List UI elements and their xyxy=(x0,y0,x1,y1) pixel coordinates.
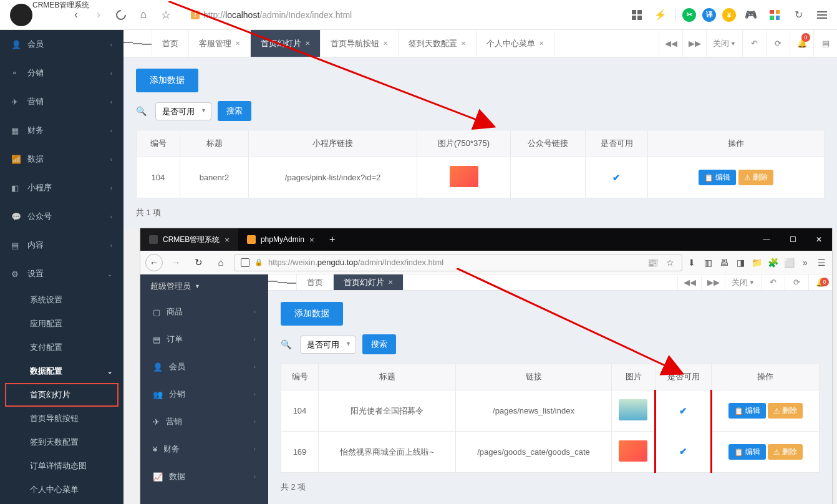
url-input[interactable]: 🔒 https://weixin.pengdu.top/admin/Index/… xyxy=(234,254,682,271)
url-bar[interactable]: ! http://localhost/admin/Index/index.htm… xyxy=(186,10,617,20)
menu-icon[interactable] xyxy=(813,6,831,24)
sidebar-item-data[interactable]: 📈数据‹ xyxy=(140,463,268,490)
filter-select[interactable]: 是否可用 xyxy=(300,336,356,354)
sidebar-item-data[interactable]: 📶数据‹ xyxy=(0,145,123,173)
tab-slider[interactable]: 首页幻灯片✕ xyxy=(251,30,321,57)
apps-icon[interactable] xyxy=(766,6,783,24)
sidebar-sub-signin[interactable]: 签到天数配置 xyxy=(0,430,123,454)
window-icon[interactable]: ⬜ xyxy=(783,257,795,268)
currency-icon[interactable]: ¥ xyxy=(722,8,736,22)
game-icon[interactable]: 🎮 xyxy=(742,6,760,24)
win2-tab-crmeb[interactable]: CRMEB管理系统× xyxy=(140,228,238,251)
new-tab-button[interactable]: + xyxy=(323,228,342,251)
bell-button[interactable]: 🔔0 xyxy=(808,274,832,290)
close-icon[interactable]: ✕ xyxy=(388,279,393,286)
hamburger-icon[interactable] xyxy=(268,274,297,290)
tab-home[interactable]: 首页 xyxy=(297,274,334,290)
tab-home[interactable]: 首页 xyxy=(152,30,189,57)
sidebar-item-member[interactable]: 👤会员‹ xyxy=(0,30,123,59)
library-icon[interactable]: ▥ xyxy=(702,257,714,268)
sidebar-sub-system[interactable]: 系统设置 xyxy=(0,288,123,312)
home-button[interactable]: ⌂ xyxy=(135,6,152,24)
forward-button[interactable]: → xyxy=(167,253,185,272)
maximize-button[interactable]: ☐ xyxy=(780,228,806,251)
close-icon[interactable]: × xyxy=(225,235,230,245)
prev-button[interactable]: ◀◀ xyxy=(659,30,682,57)
tab-slider[interactable]: 首页幻灯片✕ xyxy=(334,274,404,290)
home-button[interactable]: ⌂ xyxy=(211,253,230,272)
user-dropdown[interactable]: 超级管理员▼ xyxy=(140,274,268,298)
forward-button[interactable]: › xyxy=(90,6,107,24)
sidebar-sub-pay[interactable]: 支付配置 xyxy=(0,336,123,359)
reload-button[interactable]: ↻ xyxy=(189,253,208,272)
sidebar-item-order[interactable]: ▤订单‹ xyxy=(140,326,268,353)
print-icon[interactable]: 🖶 xyxy=(718,257,730,268)
avatar[interactable] xyxy=(10,4,32,26)
filter-select[interactable]: 是否可用 xyxy=(155,102,211,120)
undo-button[interactable]: ↶ xyxy=(742,30,766,57)
tab-signin[interactable]: 签到天数配置✕ xyxy=(399,30,477,57)
sidebar-item-content[interactable]: ▤内容‹ xyxy=(0,231,123,259)
menu-icon[interactable]: ☰ xyxy=(816,257,827,268)
scissors-icon[interactable]: ✂ xyxy=(682,8,696,22)
bell-button[interactable]: 🔔0 xyxy=(790,30,813,57)
refresh-button[interactable]: ⟳ xyxy=(785,274,808,290)
addon-icon[interactable]: 🧩 xyxy=(767,257,778,268)
sidebar-sub-navbtn[interactable]: 首页导航按钮 xyxy=(0,407,123,430)
sidebar-sub-news[interactable]: 小程序首页滚动新闻 xyxy=(0,502,123,504)
edit-button[interactable]: 📋 编辑 xyxy=(728,403,766,419)
flash-icon[interactable]: ⚡ xyxy=(652,6,669,24)
sidebar-sub-orderdetail[interactable]: 订单详情动态图 xyxy=(0,454,123,478)
sidebar-item-finance[interactable]: ¥财务‹ xyxy=(140,435,268,463)
close-tabs-button[interactable]: 关闭▼ xyxy=(706,30,742,57)
search-button[interactable]: 搜索 xyxy=(218,101,251,121)
close-icon[interactable]: ✕ xyxy=(461,40,466,47)
sidebar-item-member[interactable]: 👤会员‹ xyxy=(140,353,268,380)
edit-button[interactable]: 📋 编辑 xyxy=(699,170,736,185)
minimize-button[interactable]: — xyxy=(753,228,780,251)
sidebar-item-miniapp[interactable]: ◧小程序‹ xyxy=(0,173,123,202)
sidebar-icon[interactable]: ◨ xyxy=(735,257,746,268)
sidebar-sub-app[interactable]: 应用配置 xyxy=(0,312,123,336)
add-data-button[interactable]: 添加数据 xyxy=(136,69,198,92)
close-icon[interactable]: × xyxy=(309,235,314,245)
bookmark-icon[interactable]: ☆ xyxy=(157,6,175,24)
delete-button[interactable]: ⚠ 删除 xyxy=(768,403,803,419)
sidebar-item-distribution[interactable]: 👥分销‹ xyxy=(140,380,268,408)
sidebar-sub-dataconfig[interactable]: 数据配置⌄ xyxy=(0,359,123,383)
list-button[interactable]: ▤ xyxy=(813,30,837,57)
star-icon[interactable]: ☆ xyxy=(664,257,675,268)
reload-button[interactable] xyxy=(112,6,130,24)
sidebar-sub-slider-active[interactable]: 首页幻灯片 xyxy=(5,383,119,407)
close-icon[interactable]: ✕ xyxy=(235,40,240,47)
close-icon[interactable]: ✕ xyxy=(383,40,388,47)
delete-button[interactable]: ⚠ 删除 xyxy=(768,444,803,460)
tab-service[interactable]: 客服管理✕ xyxy=(189,30,251,57)
back-button[interactable]: ← xyxy=(145,254,163,271)
tab-usercenter[interactable]: 个人中心菜单✕ xyxy=(477,30,554,57)
prev-button[interactable]: ◀◀ xyxy=(677,274,701,290)
sidebar-sub-usercenter[interactable]: 个人中心菜单 xyxy=(0,478,123,502)
add-data-button[interactable]: 添加数据 xyxy=(281,302,343,326)
sidebar-item-distribution[interactable]: ⚬分销‹ xyxy=(0,59,123,87)
save-icon[interactable]: 📁 xyxy=(751,257,762,268)
edit-button[interactable]: 📋 编辑 xyxy=(728,444,766,460)
search-button[interactable]: 搜索 xyxy=(362,334,396,354)
reader-icon[interactable]: 📰 xyxy=(647,257,658,268)
win2-tab-phpmyadmin[interactable]: phpMyAdmin× xyxy=(238,228,323,251)
sidebar-item-finance[interactable]: ▦财务‹ xyxy=(0,116,123,145)
delete-button[interactable]: ⚠ 删除 xyxy=(738,170,773,185)
translate-icon[interactable]: 译 xyxy=(702,8,716,22)
hamburger-icon[interactable] xyxy=(123,30,152,57)
restore-icon[interactable]: ↻ xyxy=(790,6,807,24)
more-icon[interactable]: » xyxy=(800,257,811,268)
close-window-button[interactable]: ✕ xyxy=(806,228,832,251)
next-button[interactable]: ▶▶ xyxy=(701,274,725,290)
sidebar-item-wechat[interactable]: 💬公众号‹ xyxy=(0,202,123,231)
close-tabs-button[interactable]: 关闭▼ xyxy=(725,274,761,290)
close-icon[interactable]: ✕ xyxy=(539,40,544,47)
sidebar-item-settings[interactable]: ⚙设置⌄ xyxy=(0,259,123,288)
next-button[interactable]: ▶▶ xyxy=(682,30,706,57)
refresh-button[interactable]: ⟳ xyxy=(766,30,790,57)
sidebar-item-marketing[interactable]: ✈营销‹ xyxy=(0,87,123,116)
